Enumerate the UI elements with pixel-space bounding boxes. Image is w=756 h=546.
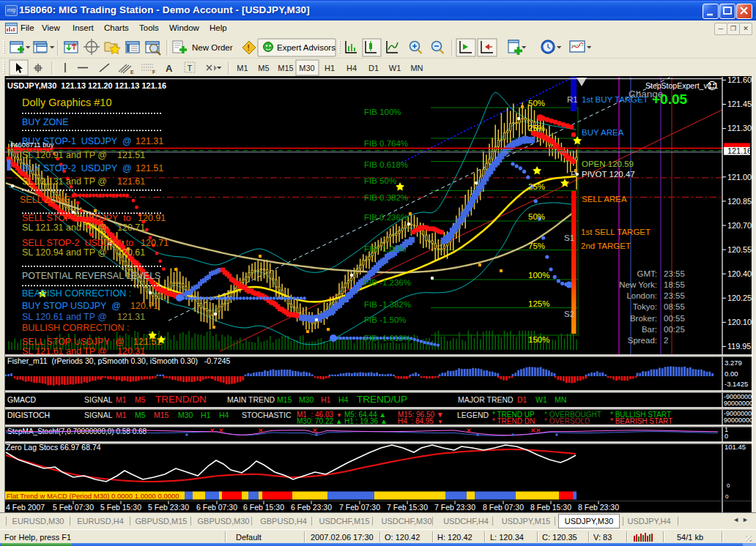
svg-text:120.71: 120.71 [141, 238, 168, 248]
svg-text:OPEN 120.59: OPEN 120.59 [582, 160, 634, 168]
svg-text:4 Feb 2007: 4 Feb 2007 [6, 503, 45, 512]
svg-text:1st SELL TARGET: 1st SELL TARGET [581, 228, 651, 236]
svg-text:FIB -1.618%: FIB -1.618% [364, 334, 411, 343]
svg-text:7 Feb 15:30: 7 Feb 15:30 [387, 503, 428, 512]
svg-text:90000000: 90000000 [724, 400, 752, 407]
svg-text:6 Feb 15:30: 6 Feb 15:30 [243, 503, 284, 512]
svg-text:120.61: 120.61 [117, 247, 145, 258]
svg-text:M15: M15 [278, 64, 293, 72]
svg-text:F: F [152, 70, 155, 75]
svg-text:50%: 50% [528, 212, 545, 221]
svg-text:D1: D1 [517, 395, 527, 404]
svg-text:FIB 50%: FIB 50% [364, 176, 396, 185]
svg-text:25%: 25% [528, 124, 545, 132]
svg-text:90000000: 90000000 [724, 416, 752, 424]
svg-text:1st BUY TARGET: 1st BUY TARGET [582, 95, 648, 104]
svg-text:SL 120.91 and TP @: SL 120.91 and TP @ [22, 150, 107, 160]
svg-text:121.51: 121.51 [117, 150, 145, 160]
svg-text:Broker:: Broker: [630, 314, 657, 323]
svg-text:H1: H1 [321, 395, 331, 404]
svg-text:120.25: 120.25 [727, 293, 752, 302]
svg-text:Flat Trend w MACD (Period M30): Flat Trend w MACD (Period M30) 0.0000 1.… [7, 492, 179, 500]
svg-text:FIB -1.236%: FIB -1.236% [364, 278, 411, 287]
svg-text:H1: H1 [201, 411, 211, 419]
svg-text:▼: ▼ [437, 419, 443, 425]
svg-text:7 Feb 23:30: 7 Feb 23:30 [434, 503, 475, 512]
svg-text:M5: M5 [135, 411, 146, 419]
svg-text:0: 0 [725, 493, 729, 500]
svg-text:SIGNAL: SIGNAL [84, 411, 113, 419]
svg-text:Expert Advisors: Expert Advisors [277, 43, 336, 52]
svg-text:121.45: 121.45 [727, 100, 752, 108]
svg-text:H1: H1 [325, 64, 335, 72]
svg-text:7 Feb 07:30: 7 Feb 07:30 [339, 503, 380, 512]
svg-text:00:25: 00:25 [664, 325, 685, 334]
svg-text:FIB 0.764%: FIB 0.764% [364, 139, 408, 148]
svg-text:Tokyo:: Tokyo: [633, 302, 657, 311]
svg-text:POTENTIAL REVERSAL LEVELS: POTENTIAL REVERSAL LEVELS [22, 271, 160, 281]
svg-text:SIGNAL: SIGNAL [84, 395, 113, 404]
svg-text:M1: M1 [116, 395, 127, 404]
svg-text:5 Feb 23:30: 5 Feb 23:30 [148, 503, 189, 512]
svg-text:H4: H4 [219, 411, 229, 419]
svg-text:120.40: 120.40 [727, 269, 752, 278]
svg-text:FIB 0.236%: FIB 0.236% [364, 213, 408, 222]
svg-text:M30: M30 [299, 395, 314, 404]
svg-text:2: 2 [664, 336, 668, 345]
svg-text:121.60: 121.60 [727, 76, 752, 84]
svg-text:FIB -1.50%: FIB -1.50% [364, 315, 407, 324]
svg-text:Spread:: Spread: [628, 336, 657, 345]
svg-text:SL 120.94 and TP @: SL 120.94 and TP @ [22, 247, 107, 258]
svg-text:GMACD: GMACD [7, 395, 37, 404]
svg-text:M5: M5 [135, 395, 146, 404]
svg-text:H1 : 19.36 ▲: H1 : 19.36 ▲ [344, 417, 388, 425]
svg-text:8 Feb 07:30: 8 Feb 07:30 [483, 503, 524, 512]
svg-text:121.61: 121.61 [117, 176, 145, 187]
svg-text:6 Feb 23:30: 6 Feb 23:30 [291, 503, 332, 512]
svg-text:New Order: New Order [192, 43, 233, 52]
svg-text:M1: M1 [237, 64, 248, 72]
svg-text:8 Feb 15:30: 8 Feb 15:30 [530, 503, 571, 512]
svg-text:125%: 125% [528, 299, 549, 308]
svg-text:BUY AREA: BUY AREA [582, 128, 624, 137]
svg-text:SL 121.31 and TP @: SL 121.31 and TP @ [22, 222, 107, 233]
svg-text:BUY ZONE: BUY ZONE [22, 117, 69, 127]
svg-text:121.51: 121.51 [133, 337, 161, 347]
svg-text:100%: 100% [528, 271, 549, 280]
svg-text:5 Feb 15:30: 5 Feb 15:30 [100, 503, 141, 512]
svg-text:PIVOT 120.47: PIVOT 120.47 [582, 170, 635, 179]
svg-text:25%: 25% [528, 182, 545, 191]
svg-text:D1: D1 [368, 64, 379, 72]
svg-text:-3.1425: -3.1425 [724, 380, 748, 388]
svg-text:M5: M5 [258, 64, 269, 72]
svg-text:SL 120.61 and TP @: SL 120.61 and TP @ [22, 312, 107, 322]
svg-text:6 Feb 07:30: 6 Feb 07:30 [196, 503, 237, 512]
svg-text:GMT:: GMT: [637, 269, 657, 278]
svg-text:S1: S1 [564, 233, 574, 242]
svg-text:M15: M15 [154, 411, 169, 419]
svg-text:* BEARISH START: * BEARISH START [610, 417, 672, 425]
svg-text:Bar:: Bar: [642, 325, 657, 334]
svg-text:MN: MN [410, 64, 423, 72]
svg-text:23:55: 23:55 [664, 269, 685, 278]
svg-text:FIB -1.00%: FIB -1.00% [364, 244, 407, 253]
svg-text:BUY STOP USDJPY @: BUY STOP USDJPY @ [22, 301, 121, 311]
svg-text:121.31: 121.31 [136, 136, 163, 146]
svg-text:FIB 0.382%: FIB 0.382% [364, 193, 408, 202]
svg-text:STOCHASTIC: STOCHASTIC [242, 411, 292, 419]
svg-text:120.55: 120.55 [727, 245, 752, 254]
svg-text:#4608711 buy: #4608711 buy [10, 141, 54, 149]
svg-text:H4: H4 [338, 395, 349, 404]
svg-text:T: T [188, 64, 193, 72]
svg-text:BULLISH CORRECTION :: BULLISH CORRECTION : [22, 323, 130, 333]
svg-text:W1: W1 [536, 395, 547, 404]
svg-text:M30: M30 [178, 411, 193, 419]
svg-text:TREND/UP: TREND/UP [357, 394, 407, 405]
svg-text:121.00: 121.00 [727, 173, 752, 182]
svg-text:R1: R1 [567, 95, 578, 104]
svg-text:FIB 0.618%: FIB 0.618% [364, 160, 408, 169]
svg-text:SELL ZONE: SELL ZONE [20, 195, 70, 205]
svg-text:120.71: 120.71 [130, 301, 158, 311]
svg-text:LEGEND: LEGEND [457, 411, 489, 419]
svg-text:8 Feb 23:30: 8 Feb 23:30 [578, 503, 619, 512]
